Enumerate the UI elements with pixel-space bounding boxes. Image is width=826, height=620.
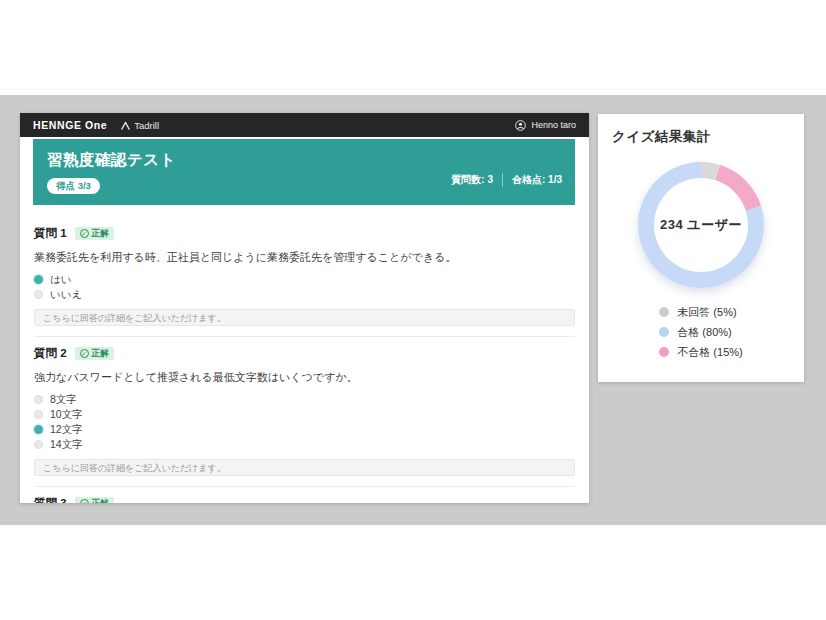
option-label: 12文字 (50, 423, 83, 437)
option-row[interactable]: いいえ (34, 287, 575, 302)
option-label: いいえ (50, 288, 82, 302)
app-topbar: HENNGE One Tadrill Henno taro (20, 113, 589, 137)
quiz-panel: HENNGE One Tadrill Henno taro 習熟度確認テスト 得… (20, 113, 589, 503)
stats-divider (502, 173, 503, 187)
question-options: はい いいえ (34, 272, 575, 302)
check-circle-icon: ✓ (80, 229, 89, 238)
tadrill-nav-item[interactable]: Tadrill (121, 120, 159, 131)
score-badge: 得点 3/3 (47, 178, 100, 194)
hennge-one-logo[interactable]: HENNGE One (33, 119, 107, 131)
quiz-header-stats: 質問数: 3 合格点: 1/3 (451, 173, 562, 187)
correct-badge-label: 正解 (92, 499, 109, 503)
option-row[interactable]: はい (34, 272, 575, 287)
check-circle-icon: ✓ (80, 349, 89, 358)
option-label: 14文字 (50, 438, 83, 452)
radio-icon (34, 425, 43, 434)
option-row[interactable]: 10文字 (34, 407, 575, 422)
question-label-row: 質問 1 ✓ 正解 (34, 226, 575, 241)
legend-dot-icon (659, 347, 669, 357)
correct-badge-label: 正解 (92, 229, 109, 238)
option-label: 8文字 (50, 393, 77, 407)
quiz-title: 習熟度確認テスト (47, 150, 561, 171)
option-row[interactable]: 8文字 (34, 392, 575, 407)
radio-icon (34, 410, 43, 419)
legend-label: 不合格 (15%) (677, 345, 742, 360)
radio-icon (34, 440, 43, 449)
question-label: 質問 1 (34, 226, 67, 241)
legend-label: 未回答 (5%) (677, 305, 736, 320)
question-label: 質問 2 (34, 346, 67, 361)
question-label-row: 質問 3 ✓ 正解 (34, 496, 575, 503)
option-row[interactable]: 14文字 (34, 437, 575, 452)
results-title: クイズ結果集計 (612, 128, 790, 146)
radio-icon (34, 275, 43, 284)
tadrill-logo-icon (121, 121, 134, 130)
quiz-results-panel: クイズ結果集計 234 ユーザー 未回答 (5%) 合格 (80%) 不合格 (… (598, 114, 804, 382)
answer-detail-input[interactable] (34, 309, 575, 326)
answer-detail-input[interactable] (34, 459, 575, 476)
chart-legend: 未回答 (5%) 合格 (80%) 不合格 (15%) (659, 302, 742, 362)
page: HENNGE One Tadrill Henno taro 習熟度確認テスト 得… (0, 0, 826, 620)
legend-item: 合格 (80%) (659, 322, 742, 342)
option-label: 10文字 (50, 408, 83, 422)
check-circle-icon: ✓ (80, 499, 89, 503)
option-row[interactable]: 12文字 (34, 422, 575, 437)
question-label-row: 質問 2 ✓ 正解 (34, 346, 575, 361)
question-block: 質問 1 ✓ 正解 業務委託先を利用する時、正社員と同じように業務委託先を管理す… (34, 205, 575, 336)
question-label: 質問 3 (34, 496, 67, 503)
legend-dot-icon (659, 327, 669, 337)
legend-label: 合格 (80%) (677, 325, 731, 340)
user-icon (515, 120, 531, 131)
correct-badge: ✓ 正解 (75, 497, 114, 503)
question-block: 質問 3 ✓ 正解 複数のウェブサービスで同じパスワードを使い回しても、パスワー… (34, 486, 575, 503)
questions: 質問 1 ✓ 正解 業務委託先を利用する時、正社員と同じように業務委託先を管理す… (20, 205, 589, 503)
question-text: 強力なパスワードとして推奨される最低文字数はいくつですか。 (34, 370, 575, 384)
tadrill-label: Tadrill (134, 120, 159, 131)
question-text: 業務委託先を利用する時、正社員と同じように業務委託先を管理することができる。 (34, 250, 575, 264)
radio-icon (34, 290, 43, 299)
quiz-header-banner: 習熟度確認テスト 得点 3/3 質問数: 3 合格点: 1/3 (33, 139, 575, 205)
correct-badge: ✓ 正解 (75, 347, 114, 360)
user-menu[interactable]: Henno taro (515, 120, 576, 131)
correct-badge-label: 正解 (92, 349, 109, 358)
question-count-label: 質問数: 3 (451, 173, 493, 187)
correct-badge: ✓ 正解 (75, 227, 114, 240)
passing-score-label: 合格点: 1/3 (512, 173, 562, 187)
question-block: 質問 2 ✓ 正解 強力なパスワードとして推奨される最低文字数はいくつですか。 … (34, 336, 575, 486)
legend-item: 未回答 (5%) (659, 302, 742, 322)
results-donut-chart: 234 ユーザー (638, 162, 764, 288)
question-options: 8文字 10文字 12文字 14文字 (34, 392, 575, 452)
option-label: はい (50, 273, 72, 287)
user-name: Henno taro (531, 120, 576, 130)
legend-dot-icon (659, 307, 669, 317)
radio-icon (34, 395, 43, 404)
donut-center-label: 234 ユーザー (638, 162, 764, 288)
legend-item: 不合格 (15%) (659, 342, 742, 362)
